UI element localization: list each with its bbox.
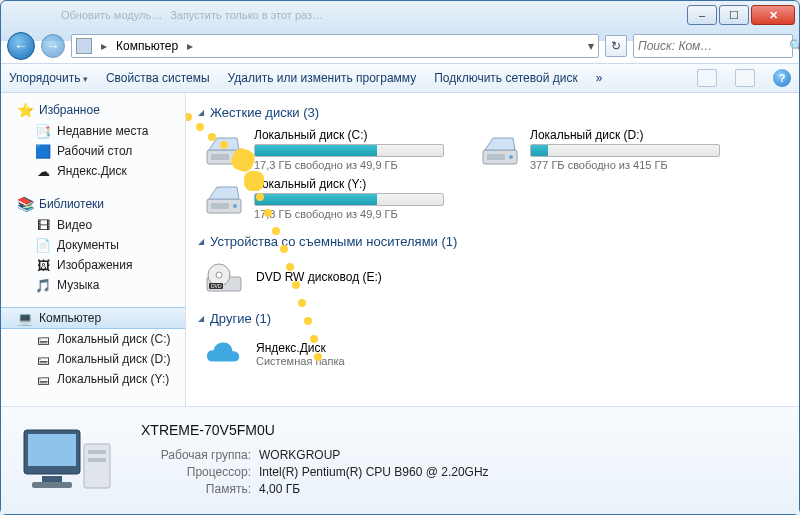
drive-d[interactable]: Локальный диск (D:) 377 ГБ свободно из 4… — [480, 128, 730, 171]
workgroup-value: WORKGROUP — [259, 448, 340, 462]
libraries-icon: 📚 — [17, 196, 33, 212]
drive-label: Локальный диск (C:) — [254, 128, 454, 142]
sidebar-item-desktop[interactable]: 🟦Рабочий стол — [1, 141, 185, 161]
breadcrumb-item[interactable]: Компьютер — [116, 39, 178, 53]
workgroup-label: Рабочая группа: — [141, 448, 251, 462]
sidebar-item-videos[interactable]: 🎞Видео — [1, 215, 185, 235]
minimize-button[interactable]: – — [687, 5, 717, 25]
sidebar-item-music[interactable]: 🎵Музыка — [1, 275, 185, 295]
close-button[interactable]: ✕ — [751, 5, 795, 25]
yandex-disk-folder[interactable]: Яндекс.Диск Системная папка — [204, 334, 787, 374]
refresh-button[interactable]: ↻ — [605, 35, 627, 57]
computer-name: XTREME-70V5FM0U — [141, 422, 489, 438]
search-field[interactable] — [638, 39, 789, 53]
help-button[interactable]: ? — [773, 69, 791, 87]
other-subtitle: Системная папка — [256, 355, 345, 367]
video-icon: 🎞 — [35, 217, 51, 233]
star-icon: ⭐ — [17, 102, 33, 118]
sidebar-item-pictures[interactable]: 🖼Изображения — [1, 255, 185, 275]
drive-icon: 🖴 — [35, 331, 51, 347]
organize-button[interactable]: Упорядочить — [9, 71, 88, 85]
category-other[interactable]: Другие (1) — [198, 311, 787, 326]
ram-label: Память: — [141, 482, 251, 496]
content-area: Жесткие диски (3) Локальный диск (C:) 17… — [186, 93, 799, 406]
details-pane: XTREME-70V5FM0U Рабочая группа:WORKGROUP… — [1, 406, 799, 514]
drive-usage-bar — [254, 144, 444, 157]
cpu-value: Intel(R) Pentium(R) CPU B960 @ 2.20GHz — [259, 465, 489, 479]
back-button[interactable]: ← — [7, 32, 35, 60]
computer-thumbnail-icon — [13, 417, 123, 505]
cloud-icon: ☁ — [35, 163, 51, 179]
drive-icon — [204, 179, 244, 219]
uninstall-program-button[interactable]: Удалить или изменить программу — [228, 71, 417, 85]
breadcrumb[interactable]: ▸ Компьютер ▸ ▾ — [71, 34, 599, 58]
preview-pane-button[interactable] — [735, 69, 755, 87]
sidebar-item-drive-d[interactable]: 🖴Локальный диск (D:) — [1, 349, 185, 369]
desktop-icon: 🟦 — [35, 143, 51, 159]
drive-label: Локальный диск (Y:) — [254, 177, 454, 191]
background-tabs: Обновить модуль… Запустить только в этот… — [5, 9, 687, 21]
pictures-icon: 🖼 — [35, 257, 51, 273]
command-toolbar: Упорядочить Свойства системы Удалить или… — [1, 63, 799, 93]
maximize-button[interactable]: ☐ — [719, 5, 749, 25]
other-label: Яндекс.Диск — [256, 341, 345, 355]
sidebar-item-drive-c[interactable]: 🖴Локальный диск (C:) — [1, 329, 185, 349]
category-hard-disks[interactable]: Жесткие диски (3) — [198, 105, 787, 120]
dropdown-icon[interactable]: ▾ — [588, 39, 594, 53]
view-options-button[interactable] — [697, 69, 717, 87]
computer-icon — [76, 38, 92, 54]
navigation-pane: ⭐ Избранное 📑Недавние места 🟦Рабочий сто… — [1, 93, 186, 406]
sidebar-item-yandex-disk[interactable]: ☁Яндекс.Диск — [1, 161, 185, 181]
sidebar-computer-header[interactable]: 💻 Компьютер — [1, 307, 185, 329]
cpu-label: Процессор: — [141, 465, 251, 479]
drive-y[interactable]: Локальный диск (Y:) 17,3 ГБ свободно из … — [204, 177, 454, 220]
document-icon: 📄 — [35, 237, 51, 253]
chevron-right-icon[interactable]: ▸ — [184, 39, 196, 53]
search-icon: 🔍 — [789, 39, 800, 53]
system-properties-button[interactable]: Свойства системы — [106, 71, 210, 85]
drive-free-text: 17,3 ГБ свободно из 49,9 ГБ — [254, 159, 454, 171]
drive-icon: 🖴 — [35, 371, 51, 387]
recent-icon: 📑 — [35, 123, 51, 139]
sidebar-libraries-header[interactable]: 📚 Библиотеки — [1, 193, 185, 215]
music-icon: 🎵 — [35, 277, 51, 293]
window-titlebar: Обновить модуль… Запустить только в этот… — [1, 1, 799, 29]
sidebar-item-documents[interactable]: 📄Документы — [1, 235, 185, 255]
dvd-icon — [204, 257, 244, 297]
drive-usage-bar — [254, 193, 444, 206]
drive-usage-bar — [530, 144, 720, 157]
forward-button[interactable]: → — [41, 34, 65, 58]
sidebar-item-drive-y[interactable]: 🖴Локальный диск (Y:) — [1, 369, 185, 389]
drive-label: Локальный диск (D:) — [530, 128, 730, 142]
search-input[interactable]: 🔍 — [633, 34, 793, 58]
sidebar-favorites-header[interactable]: ⭐ Избранное — [1, 99, 185, 121]
drive-icon: 🖴 — [35, 351, 51, 367]
dvd-label: DVD RW дисковод (E:) — [256, 270, 382, 284]
sidebar-item-recent-places[interactable]: 📑Недавние места — [1, 121, 185, 141]
cloud-icon — [204, 334, 244, 374]
drive-free-text: 377 ГБ свободно из 415 ГБ — [530, 159, 730, 171]
drive-free-text: 17,3 ГБ свободно из 49,9 ГБ — [254, 208, 454, 220]
map-network-drive-button[interactable]: Подключить сетевой диск — [434, 71, 577, 85]
computer-icon: 💻 — [17, 310, 33, 326]
toolbar-overflow-button[interactable]: » — [596, 71, 603, 85]
ram-value: 4,00 ГБ — [259, 482, 300, 496]
chevron-right-icon[interactable]: ▸ — [98, 39, 110, 53]
drive-icon — [480, 130, 520, 170]
